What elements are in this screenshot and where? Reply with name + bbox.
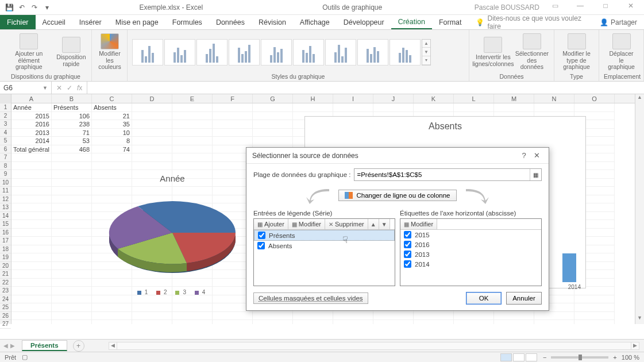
dialog-help-icon[interactable]: ? (518, 151, 530, 160)
share-button[interactable]: 👤 Partager (593, 15, 644, 29)
dialog-close-icon[interactable]: ✕ (530, 151, 543, 160)
tab-developpeur[interactable]: Développeur (337, 15, 391, 29)
cell[interactable]: 2015 (11, 112, 52, 121)
select-all[interactable] (0, 94, 11, 103)
cell[interactable] (414, 103, 454, 112)
cell[interactable] (293, 103, 333, 112)
cell[interactable]: 10 (92, 129, 132, 137)
cell[interactable] (11, 253, 52, 262)
cell[interactable] (534, 312, 574, 321)
cell[interactable] (11, 320, 52, 324)
axis-item[interactable]: 2015 (400, 230, 541, 240)
row-header[interactable]: 1 (0, 103, 11, 112)
chevron-down-icon[interactable]: ▼ (43, 85, 48, 91)
row-header[interactable]: 6 (0, 145, 11, 154)
cell[interactable]: 21 (92, 112, 132, 121)
row-header[interactable]: 16 (0, 229, 11, 237)
axis-checkbox[interactable] (404, 231, 411, 238)
chart-style-thumb[interactable] (293, 39, 324, 66)
cell[interactable] (11, 220, 52, 229)
cell[interactable] (454, 320, 494, 324)
cell[interactable] (11, 245, 52, 254)
cell[interactable] (494, 320, 534, 324)
gallery-scroll[interactable]: ▲▼▾ (422, 39, 431, 66)
zoom-level[interactable]: 100 % (622, 354, 639, 361)
cell[interactable] (253, 103, 293, 112)
cell[interactable]: 238 (52, 120, 92, 129)
cell[interactable] (574, 312, 615, 321)
series-move-down-button[interactable]: ▼ (379, 219, 390, 229)
row-header[interactable]: 21 (0, 270, 11, 279)
cell[interactable] (11, 195, 52, 204)
switch-row-column-button[interactable]: Intervertir les lignes/colonnes (474, 36, 512, 68)
cell[interactable] (534, 103, 574, 112)
macro-record-icon[interactable]: ▢ (22, 353, 28, 361)
cancel-button[interactable]: Annuler (506, 292, 542, 305)
cell[interactable] (132, 103, 172, 112)
cell[interactable] (172, 112, 213, 121)
row-header[interactable]: 27 (0, 320, 11, 329)
ribbon-options-icon[interactable]: ▭ (545, 2, 565, 13)
horizontal-scrollbar[interactable]: ◀▶ (109, 342, 639, 350)
column-header[interactable]: F (213, 94, 253, 103)
cell[interactable] (11, 179, 52, 187)
cell[interactable] (414, 312, 454, 321)
row-header[interactable]: 23 (0, 287, 11, 295)
cell[interactable] (172, 320, 213, 324)
cell[interactable] (373, 312, 414, 321)
minimize-icon[interactable]: — (570, 2, 590, 13)
column-header[interactable]: K (414, 94, 454, 103)
cell[interactable] (11, 279, 52, 287)
formula-bar[interactable] (87, 82, 644, 94)
cell[interactable] (414, 320, 454, 324)
row-header[interactable]: 8 (0, 162, 11, 171)
cell[interactable] (333, 320, 373, 324)
row-header[interactable]: 2 (0, 112, 11, 121)
cell[interactable] (11, 187, 52, 195)
row-header[interactable]: 14 (0, 212, 11, 221)
cell[interactable] (494, 312, 534, 321)
switch-row-column-dialog-button[interactable]: Changer de ligne ou de colonne (338, 190, 456, 201)
cell[interactable] (132, 120, 172, 129)
page-break-view-button[interactable] (526, 353, 537, 361)
row-header[interactable]: 4 (0, 129, 11, 137)
normal-view-button[interactable] (500, 353, 512, 361)
cell[interactable] (574, 103, 615, 112)
column-header[interactable]: E (172, 94, 213, 103)
row-header[interactable]: 5 (0, 137, 11, 145)
cell[interactable] (132, 153, 172, 162)
column-header[interactable]: B (52, 94, 92, 103)
column-header[interactable]: J (373, 94, 414, 103)
cell[interactable] (253, 120, 293, 129)
close-icon[interactable]: ✕ (621, 2, 641, 13)
change-chart-type-button[interactable]: Modifier le type de graphique (559, 32, 594, 72)
row-header[interactable]: 13 (0, 203, 11, 212)
chart-style-thumb[interactable] (325, 39, 356, 66)
zoom-out-button[interactable]: − (543, 354, 546, 361)
row-header[interactable]: 20 (0, 262, 11, 271)
cell[interactable] (454, 103, 494, 112)
column-header[interactable]: C (92, 94, 132, 103)
cell[interactable]: 35 (92, 120, 132, 129)
chart-style-gallery[interactable]: ▲▼▾ (132, 39, 464, 66)
series-checkbox[interactable] (258, 232, 265, 239)
cell[interactable] (11, 203, 52, 212)
cell[interactable] (172, 145, 213, 154)
cell[interactable]: 8 (92, 137, 132, 145)
range-picker-icon[interactable]: ▦ (530, 169, 541, 180)
cell[interactable]: Total général (11, 145, 52, 154)
cell[interactable]: 2016 (11, 120, 52, 129)
column-header[interactable]: N (534, 94, 574, 103)
column-header[interactable]: O (574, 94, 615, 103)
column-header[interactable]: H (293, 94, 333, 103)
cell[interactable] (253, 137, 293, 145)
cell[interactable] (574, 295, 615, 304)
undo-icon[interactable]: ↶ (17, 3, 26, 12)
cell[interactable] (172, 162, 213, 171)
cell[interactable]: 53 (52, 137, 92, 145)
cell[interactable] (52, 162, 92, 171)
series-checkbox[interactable] (257, 242, 265, 249)
row-header[interactable]: 9 (0, 170, 11, 179)
cell[interactable] (11, 237, 52, 245)
cell[interactable] (213, 137, 253, 145)
